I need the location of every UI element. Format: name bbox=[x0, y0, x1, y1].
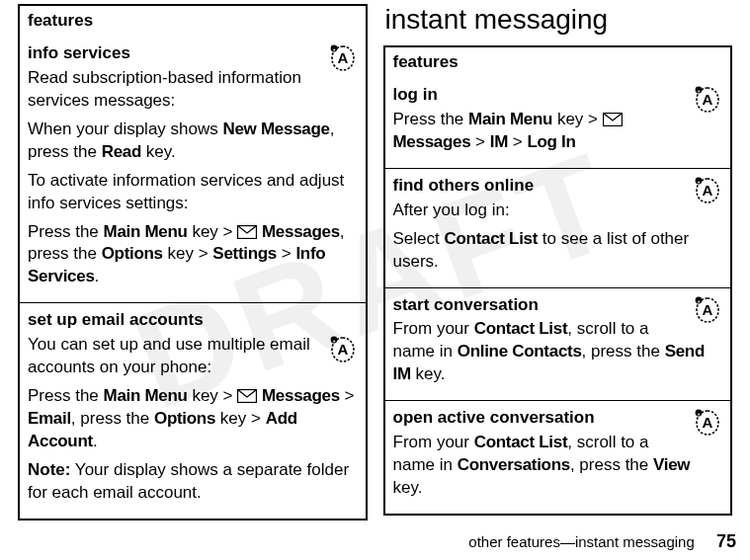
envelope-icon bbox=[603, 113, 623, 126]
feature-cell: A+info servicesRead subscription-based i… bbox=[19, 37, 367, 303]
operator-a-icon: A+ bbox=[328, 336, 358, 363]
ui-label: Messages bbox=[262, 386, 340, 405]
section-heading: instant messaging bbox=[385, 4, 733, 36]
svg-text:+: + bbox=[697, 178, 700, 184]
feature-cell: A+log inPress the Main Menu key > Messag… bbox=[384, 78, 732, 168]
ui-label: Contact List bbox=[474, 319, 568, 338]
svg-text:A: A bbox=[337, 49, 348, 66]
svg-text:A: A bbox=[703, 91, 713, 108]
operator-a-icon: A+ bbox=[328, 44, 358, 72]
svg-text:A: A bbox=[337, 341, 348, 358]
page-number: 75 bbox=[716, 531, 736, 551]
ui-label: View bbox=[653, 455, 690, 474]
right-features-table: features A+log inPress the Main Menu key… bbox=[383, 45, 733, 516]
page-content: features A+info servicesRead subscriptio… bbox=[0, 0, 750, 520]
operator-a-icon: A+ bbox=[693, 296, 722, 324]
left-table-header: features bbox=[19, 5, 367, 37]
ui-label: Main Menu bbox=[104, 386, 188, 405]
envelope-icon bbox=[237, 389, 257, 403]
feature-cell: A+open active conversationFrom your Cont… bbox=[384, 401, 732, 515]
ui-label: Messages bbox=[393, 132, 471, 151]
ui-label: Main Menu bbox=[104, 222, 188, 241]
ui-label: Online Contacts bbox=[458, 342, 582, 360]
operator-a-icon: A+ bbox=[693, 177, 722, 204]
ui-label: Info Services bbox=[28, 244, 325, 285]
envelope-icon bbox=[237, 225, 257, 239]
ui-label: Messages bbox=[262, 222, 340, 241]
feature-title: info services bbox=[28, 42, 358, 65]
ui-label: New Message bbox=[222, 120, 329, 138]
ui-label: Options bbox=[102, 244, 163, 263]
svg-text:+: + bbox=[697, 88, 700, 94]
ui-label: IM bbox=[490, 132, 508, 151]
feature-cell: A+find others onlineAfter you log in:Sel… bbox=[384, 168, 732, 287]
feature-cell: set up email accountsA+You can set up an… bbox=[19, 303, 367, 520]
svg-text:A: A bbox=[703, 182, 713, 199]
ui-label: Log In bbox=[527, 132, 575, 151]
feature-cell: A+start conversationFrom your Contact Li… bbox=[384, 287, 732, 401]
left-column: features A+info servicesRead subscriptio… bbox=[10, 4, 375, 520]
svg-text:A: A bbox=[703, 301, 713, 318]
feature-title: set up email accounts bbox=[28, 309, 358, 332]
svg-text:+: + bbox=[332, 46, 335, 52]
feature-title: find others online bbox=[393, 175, 723, 198]
footer-text: other features—instant messaging bbox=[468, 533, 694, 550]
left-features-table: features A+info servicesRead subscriptio… bbox=[18, 4, 368, 520]
feature-title: open active conversation bbox=[393, 407, 723, 430]
svg-text:A: A bbox=[703, 414, 713, 431]
ui-label: Settings bbox=[212, 244, 277, 263]
svg-text:+: + bbox=[697, 411, 700, 417]
right-table-header: features bbox=[384, 46, 732, 78]
ui-label: Options bbox=[154, 409, 215, 428]
ui-label: Main Menu bbox=[468, 110, 552, 128]
page-footer: other features—instant messaging 75 bbox=[468, 531, 736, 552]
ui-label: Read bbox=[102, 142, 141, 161]
ui-label: Contact List bbox=[444, 229, 538, 248]
ui-label: Contact List bbox=[474, 433, 568, 451]
feature-title: start conversation bbox=[393, 294, 723, 317]
operator-a-icon: A+ bbox=[693, 86, 722, 114]
ui-label: Conversations bbox=[458, 455, 570, 474]
svg-text:+: + bbox=[332, 338, 335, 344]
note-label: Note: bbox=[28, 460, 70, 479]
ui-label: Email bbox=[28, 409, 71, 428]
right-column: instant messaging features A+log inPress… bbox=[375, 4, 741, 520]
operator-a-icon: A+ bbox=[693, 409, 722, 437]
svg-text:+: + bbox=[697, 297, 700, 303]
feature-title: log in bbox=[393, 84, 723, 107]
